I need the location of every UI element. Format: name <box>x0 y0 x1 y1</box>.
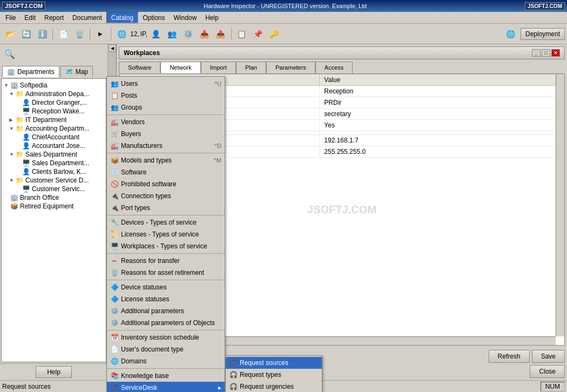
tab-software[interactable]: Software <box>119 62 160 73</box>
tree-item[interactable]: 🏢Branch Office <box>3 193 105 202</box>
save-button[interactable]: Save <box>532 350 565 363</box>
menu-item-license-statuses[interactable]: 🔷 License statuses <box>107 293 225 305</box>
menu-item-software[interactable]: 💿 Software <box>107 166 225 178</box>
toolbar-btn-refresh[interactable]: 🔄 <box>18 26 33 42</box>
tree-item-label: Retired Equipment <box>20 202 73 210</box>
menu-item-prohibited-software[interactable]: 🚫 Prohibited software <box>107 178 225 190</box>
menu-item-user-doc-type[interactable]: 📄 User's document type <box>107 343 225 355</box>
menu-item-request-types[interactable]: 🎧 Request types <box>226 369 322 381</box>
toolbar-btn-import[interactable]: 📥 <box>197 26 212 42</box>
tree-item[interactable]: ▼📁Customer Service D... <box>3 176 105 185</box>
tree-item[interactable]: 👤ChiefAccountant <box>3 133 105 141</box>
vertical-scrollbar[interactable] <box>556 74 564 336</box>
menu-item-port-types[interactable]: 🔌 Port types <box>107 202 225 214</box>
tab-parameters[interactable]: Parameters <box>266 62 315 73</box>
statusbar-num: NUM <box>541 382 565 391</box>
tree-item-icon: 🖥️ <box>22 185 30 193</box>
menu-item-devices-service[interactable]: 🔧 Devices - Types of service <box>107 217 225 228</box>
menu-edit[interactable]: Edit <box>20 12 40 23</box>
tree-item[interactable]: 🖥️Sales Department... <box>3 159 105 167</box>
models-icon: 📦 <box>110 156 119 165</box>
tree-item[interactable]: 🖥️Reception Wake... <box>3 107 105 116</box>
window-maximize[interactable]: □ <box>542 49 550 57</box>
menu-item-add-params-objects[interactable]: ⚙️ Additional parameters of Objects <box>107 317 225 329</box>
toolbar-btn-copy[interactable]: 📋 <box>234 26 249 42</box>
refresh-button[interactable]: Refresh <box>489 350 530 363</box>
tab-import[interactable]: Import <box>201 62 236 73</box>
tree-area[interactable]: ▼🏢Softpedia▼📁Administration Depa... 👤Dir… <box>1 78 106 362</box>
tab-network[interactable]: Network <box>160 62 200 73</box>
menu-item-buyers[interactable]: 🛒 Buyers <box>107 128 225 140</box>
toolbar-btn-settings[interactable]: ⚙️ <box>181 26 196 42</box>
workplaces-service-icon: 🖥️ <box>110 242 119 251</box>
menu-catalog[interactable]: Catalog <box>106 12 138 23</box>
tab-plan[interactable]: Plan <box>236 62 266 73</box>
menu-item-transfer[interactable]: ↔️ Reasons for transfer <box>107 255 225 267</box>
window-close[interactable]: ✕ <box>551 49 560 57</box>
menu-item-add-params[interactable]: ⚙️ Additional parameters <box>107 305 225 317</box>
tab-access[interactable]: Access <box>315 62 353 73</box>
toolbar-btn-globe[interactable]: 🌐 <box>503 26 518 42</box>
scroll-left-btn[interactable]: ◀ <box>109 44 116 52</box>
menu-item-users[interactable]: 👥 Users ^U <box>107 78 225 90</box>
tree-item[interactable]: ▼🏢Softpedia <box>3 81 105 90</box>
left-icon[interactable]: 🔍 <box>2 46 17 62</box>
toolbar-btn-info[interactable]: ℹ️ <box>35 26 50 42</box>
menu-item-licenses-service[interactable]: 📜 Licenses - Types of service <box>107 228 225 240</box>
tree-item[interactable]: ▶📁IT Department <box>3 116 105 124</box>
help-button[interactable]: Help <box>36 366 72 378</box>
menu-item-manufacturers[interactable]: 🏭 Manufacturers ^D <box>107 140 225 152</box>
workplaces-title: Workplaces <box>124 49 160 57</box>
workplaces-header: Workplaces _ □ ✕ <box>119 46 565 59</box>
toolbar-btn-open[interactable]: 📂 <box>2 26 17 42</box>
groups-icon: 👥 <box>110 103 119 112</box>
menu-item-posts[interactable]: 📋 Posts <box>107 90 225 102</box>
menu-file[interactable]: File <box>1 12 20 23</box>
tab-map[interactable]: 🗺️ Map <box>60 66 93 77</box>
tree-item[interactable]: ▼📁Administration Depa... <box>3 90 105 98</box>
app-title: Hardware Inspector - UNREGISTERED versio… <box>204 3 367 9</box>
toolbar-btn-user[interactable]: 👤 <box>148 26 164 42</box>
toolbar-btn-paste[interactable]: 📌 <box>251 26 266 42</box>
menu-item-servicedesk[interactable]: 🎧 ServiceDesk <box>107 382 225 392</box>
toolbar-btn-users[interactable]: 👥 <box>165 26 180 42</box>
device-statuses-icon: 🔷 <box>110 283 119 292</box>
menu-item-groups[interactable]: 👥 Groups <box>107 102 225 113</box>
menu-item-domains[interactable]: 🌐 Domains <box>107 355 225 367</box>
tree-item[interactable]: 👤Clients Barlow, K... <box>3 167 105 176</box>
transfer-icon: ↔️ <box>110 256 119 265</box>
toolbar-btn-delete[interactable]: 🗑️ <box>72 26 87 42</box>
manufacturers-icon: 🏭 <box>110 141 119 150</box>
menu-item-device-statuses[interactable]: 🔷 Device statuses <box>107 281 225 293</box>
tree-item[interactable]: 📦Retired Equipment <box>3 202 105 211</box>
menu-item-inventory-schedule[interactable]: 📅 Inventory session schedule <box>107 332 225 343</box>
menu-item-workplaces-service[interactable]: 🖥️ Workplaces - Types of service <box>107 240 225 252</box>
tab-departments[interactable]: 🏢 Departments <box>2 66 59 77</box>
table-cell: 192.168.1.7 <box>320 135 564 146</box>
menu-item-request-urgencies[interactable]: 🎧 Request urgencies <box>226 381 322 392</box>
menu-item-models[interactable]: 📦 Models and types ^M <box>107 154 225 166</box>
menu-item-retirement[interactable]: 🗑️ Reasons for asset retirement <box>107 267 225 279</box>
menu-item-vendors[interactable]: 🏭 Vendors <box>107 116 225 128</box>
toolbar-btn-new[interactable]: 📄 <box>56 26 71 42</box>
menu-window[interactable]: Window <box>170 12 201 23</box>
tree-item[interactable]: 👤Accountant Jose... <box>3 141 105 150</box>
deploy-button[interactable]: Deployment <box>521 28 565 40</box>
close-button[interactable]: Close <box>530 365 565 378</box>
menu-report[interactable]: Report <box>40 12 68 23</box>
menu-item-connection-types[interactable]: 🔌 Connection types <box>107 190 225 202</box>
toolbar-btn-small[interactable]: ▶ <box>93 26 108 42</box>
toolbar-btn-key[interactable]: 🔑 <box>267 26 282 42</box>
tree-item[interactable]: 👤Director Granger,... <box>3 98 105 107</box>
window-minimize[interactable]: _ <box>532 49 541 57</box>
tree-item[interactable]: ▼📁Sales Department <box>3 150 105 159</box>
menu-item-knowledge-base[interactable]: 📚 Knowledge base <box>107 370 225 382</box>
menu-help[interactable]: Help <box>201 12 223 23</box>
menu-item-request-sources[interactable]: 🎧 Request sources <box>226 357 322 369</box>
menu-options[interactable]: Options <box>138 12 169 23</box>
menu-document[interactable]: Document <box>68 12 106 23</box>
tree-item[interactable]: 🖥️Customer Servic... <box>3 185 105 193</box>
tree-item[interactable]: ▼📁Accounting Departm... <box>3 124 105 133</box>
toolbar-btn-export[interactable]: 📤 <box>213 26 228 42</box>
toolbar-btn-network[interactable]: 🌐 <box>114 26 129 42</box>
